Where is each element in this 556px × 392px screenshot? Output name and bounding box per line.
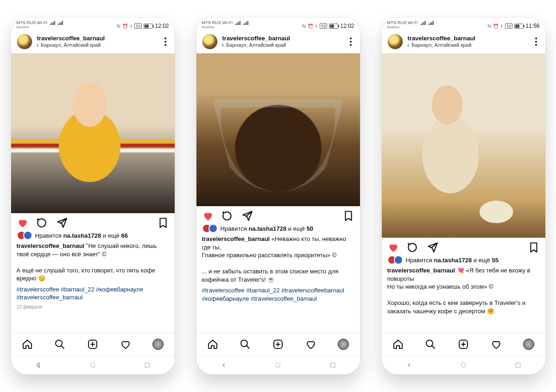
back-button[interactable]	[34, 361, 42, 369]
signal-icon-2	[58, 21, 63, 25]
status-bar: MTS RUS Wi-Fi Beeline ℕ ⏰ ᚼ 52 12:02	[11, 18, 175, 30]
carrier-1: MTS RUS Wi-Fi	[387, 20, 418, 25]
bluetooth-icon: ᚼ	[130, 24, 133, 29]
more-options-button[interactable]	[532, 35, 540, 49]
status-bar: MTS RUS Wi-Fi Beeline ℕ⏰ᚼ 52 12:02	[196, 18, 360, 30]
add-post-tab[interactable]	[272, 339, 284, 350]
profile-tab[interactable]	[152, 339, 164, 350]
add-post-tab[interactable]	[458, 339, 469, 350]
post-header: travelerscoffee_barnaulг. Барнаул, Алтай…	[382, 30, 545, 53]
activity-tab[interactable]	[305, 339, 316, 350]
post-header: travelerscoffee_barnaulг. Барнаул, Алтай…	[196, 30, 360, 53]
post-caption: travelerscoffee_barnaul "Не слушай никог…	[11, 240, 175, 283]
home-button[interactable]	[274, 361, 282, 369]
home-button[interactable]	[89, 361, 96, 369]
share-button[interactable]	[241, 210, 253, 222]
likers-avatars	[387, 255, 403, 265]
share-button[interactable]	[56, 217, 68, 229]
account-avatar[interactable]	[17, 34, 32, 50]
back-button[interactable]	[405, 361, 412, 369]
account-location[interactable]: г. Барнаул, Алтайский край	[222, 42, 291, 48]
share-button[interactable]	[426, 241, 438, 253]
more-options-button[interactable]	[347, 35, 354, 49]
post-date: 12 февраля	[11, 302, 175, 310]
battery-percent: 52	[134, 23, 142, 29]
account-location[interactable]: г. Барнаул, Алтайский край	[37, 42, 105, 48]
recent-button[interactable]	[144, 361, 151, 369]
signal-icon	[421, 21, 426, 25]
account-location[interactable]: г. Барнаул, Алтайский край	[408, 42, 476, 48]
system-navbar	[382, 355, 545, 374]
profile-tab[interactable]	[523, 339, 534, 350]
post-caption: travelerscoffee_barnaul 💘 «Я без тебя не…	[382, 265, 545, 315]
back-button[interactable]	[220, 361, 227, 369]
svg-point-10	[461, 363, 465, 367]
comment-button[interactable]	[36, 217, 48, 229]
account-username[interactable]: travelerscoffee_barnaul	[408, 35, 476, 42]
save-button[interactable]	[157, 217, 169, 229]
home-tab[interactable]	[392, 339, 404, 350]
clock: 12:02	[155, 23, 169, 29]
app-tabbar	[382, 333, 545, 355]
carrier-2: Beeline	[202, 25, 249, 29]
home-tab[interactable]	[207, 339, 218, 350]
app-tabbar	[196, 333, 360, 355]
likes-text: Нравится na.tasha1728 и ещё 55	[406, 257, 499, 264]
alarm-icon: ⏰	[308, 24, 313, 29]
status-bar: MTS RUS Wi-Fi Beeline ℕ⏰ᚼ 52 11:56	[382, 18, 545, 30]
save-button[interactable]	[342, 210, 354, 222]
system-navbar	[11, 355, 175, 374]
post-image[interactable]	[196, 53, 360, 206]
alarm-icon: ⏰	[122, 24, 128, 29]
svg-point-6	[276, 363, 280, 367]
post-header: travelerscoffee_barnaul г. Барнаул, Алта…	[11, 30, 175, 53]
post-image[interactable]	[11, 53, 175, 213]
recent-button[interactable]	[329, 361, 336, 369]
likes-row[interactable]: Нравится na.tasha1728 и ещё 66	[11, 231, 175, 240]
post-actions	[382, 238, 545, 255]
clock: 12:02	[340, 23, 354, 29]
likers-avatars	[17, 231, 32, 240]
like-button[interactable]	[202, 210, 214, 222]
like-button[interactable]	[17, 217, 29, 229]
comment-button[interactable]	[221, 210, 234, 222]
account-username[interactable]: travelerscoffee_barnaul	[37, 35, 105, 42]
home-tab[interactable]	[22, 339, 33, 350]
post-actions	[196, 206, 360, 224]
post-image[interactable]	[382, 53, 545, 238]
account-avatar[interactable]	[202, 34, 218, 50]
battery-icon	[329, 24, 338, 29]
more-options-button[interactable]	[162, 35, 169, 49]
like-button[interactable]	[387, 241, 399, 253]
activity-tab[interactable]	[491, 339, 502, 350]
activity-tab[interactable]	[120, 339, 131, 350]
post-hashtags[interactable]: #travelerscoffee #barnaul_22 #travelersc…	[196, 284, 360, 303]
profile-tab[interactable]	[338, 339, 349, 350]
signal-icon-2	[243, 21, 248, 25]
comment-button[interactable]	[407, 241, 419, 253]
svg-rect-7	[330, 363, 335, 367]
post-hashtags[interactable]: #travelerscoffee #barnaul_22 #кофевбарна…	[11, 283, 175, 302]
search-tab[interactable]	[240, 339, 251, 350]
post-actions	[11, 213, 175, 231]
save-button[interactable]	[528, 241, 540, 253]
likes-text: Нравится na.tasha1728 и ещё 66	[35, 232, 128, 239]
search-tab[interactable]	[425, 339, 436, 350]
add-post-tab[interactable]	[87, 339, 98, 350]
account-avatar[interactable]	[387, 34, 403, 50]
signal-icon	[235, 21, 240, 25]
clock: 11:56	[525, 23, 539, 29]
battery-percent: 52	[320, 23, 327, 29]
phone-2: MTS RUS Wi-Fi Beeline ℕ⏰ᚼ 52 12:02 trave…	[196, 18, 360, 374]
svg-point-2	[90, 363, 95, 367]
three-phone-mockup: MTS RUS Wi-Fi Beeline ℕ ⏰ ᚼ 52 12:02 tra…	[0, 0, 556, 392]
recent-button[interactable]	[514, 361, 522, 369]
search-tab[interactable]	[54, 339, 65, 350]
home-button[interactable]	[460, 361, 467, 369]
phone-3: MTS RUS Wi-Fi Beeline ℕ⏰ᚼ 52 11:56 trave…	[382, 18, 545, 374]
account-username[interactable]: travelerscoffee_barnaul	[222, 35, 291, 42]
likes-row[interactable]: Нравится na.tasha1728 и ещё 55	[382, 255, 545, 265]
svg-rect-11	[516, 363, 520, 367]
nfc-icon: ℕ	[117, 24, 120, 29]
likes-row[interactable]: Нравится na.tasha1728 и ещё 50	[196, 224, 360, 233]
